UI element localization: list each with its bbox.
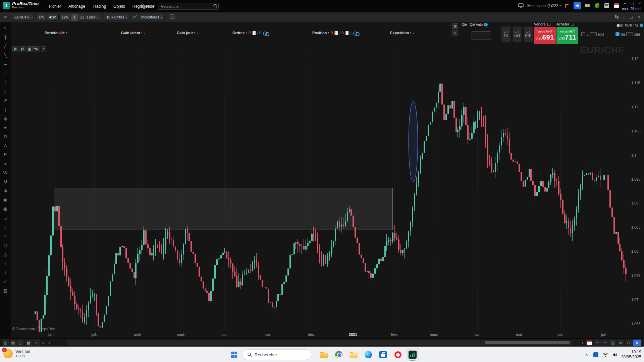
sell-header[interactable]: Vendre: [534, 22, 550, 26]
timeframe-1j[interactable]: J: [71, 14, 77, 20]
chart-minimize-button[interactable]: –: [621, 14, 627, 19]
ellipse-tool-icon[interactable]: ◎: [1, 241, 9, 250]
units-select[interactable]: 10 k unités ▾: [104, 14, 129, 20]
start-button[interactable]: [227, 348, 241, 361]
scrollbar-thumb[interactable]: [485, 341, 570, 344]
cycle-tool-icon[interactable]: Φ: [1, 186, 9, 195]
redo-icon[interactable]: ↷: [602, 340, 608, 346]
buy-menu-icon[interactable]: [571, 23, 574, 26]
chart-type-icon[interactable]: [615, 14, 619, 19]
prorealtime-app-icon[interactable]: [406, 348, 419, 361]
arrow-up-tool-icon[interactable]: ↑: [1, 259, 9, 268]
monitor-icon[interactable]: [518, 2, 524, 9]
menu-objets[interactable]: Objets: [110, 0, 129, 12]
chart-close-button[interactable]: ×: [636, 14, 642, 19]
segment-tool-icon[interactable]: ∕: [1, 87, 9, 96]
multi-ts-toggle[interactable]: [640, 23, 643, 27]
spreadsheet-icon[interactable]: ▦: [452, 23, 458, 29]
news-icon[interactable]: [603, 2, 610, 9]
sound-alert-button[interactable]: [574, 2, 581, 9]
text-tool-icon[interactable]: A: [1, 141, 9, 150]
stamp-tool-icon[interactable]: ▣: [1, 195, 9, 204]
symbol-select[interactable]: EURCHF ▾: [12, 14, 34, 20]
pattern-tool-icon[interactable]: M: [1, 177, 9, 186]
timeframe-1m[interactable]: 1m: [36, 14, 46, 20]
pencil-tool-icon[interactable]: ╲: [1, 51, 9, 60]
circle-tool-icon[interactable]: ○: [1, 232, 9, 241]
sg-checkbox[interactable]: ✓: [615, 32, 620, 36]
sell-market-button[interactable]: Vente MKT 0,93691: [534, 27, 556, 44]
minimize-button[interactable]: –: [622, 1, 628, 5]
taskbar-weather-widget[interactable]: 2 Vent fort 13:00: [3, 349, 31, 358]
hidden-icons-chevron[interactable]: ∧: [584, 352, 590, 358]
workspace-selector[interactable]: Mon espace(1)222 ▾: [527, 4, 561, 8]
validate-tool-icon[interactable]: ✓: [1, 277, 9, 286]
search-icon[interactable]: [213, 4, 218, 10]
qty-tab[interactable]: Qté: [462, 23, 467, 26]
indicators-select[interactable]: Indicateurs ▾: [139, 14, 165, 20]
opera-icon[interactable]: [391, 348, 405, 361]
quantity-input[interactable]: [472, 31, 491, 40]
zoom-out-icon[interactable]: ⊖: [625, 340, 632, 346]
limit-value-box[interactable]: [590, 32, 597, 36]
scroll-right-button[interactable]: ›: [580, 341, 585, 345]
data-table-icon[interactable]: [170, 14, 174, 20]
wifi-icon[interactable]: [602, 352, 608, 358]
scroll-left-button[interactable]: ‹: [47, 341, 52, 345]
taskbar-clock[interactable]: 10:19 28/05/2025: [621, 350, 641, 360]
timeframe-12h[interactable]: 12h: [59, 14, 70, 20]
buy-header[interactable]: Acheter: [556, 22, 574, 26]
triangle-tool-icon[interactable]: △: [1, 250, 9, 259]
vertical-line-tool-icon[interactable]: │: [1, 78, 9, 87]
period-select[interactable]: 1 jour ▾: [84, 14, 101, 20]
eco-icon[interactable]: [594, 2, 600, 9]
horizontal-segment-tool-icon[interactable]: ╌: [1, 69, 9, 78]
menu-fichier[interactable]: Fichier: [45, 0, 65, 12]
tray-app-icon[interactable]: [593, 352, 599, 358]
price-axis[interactable]: 1,121,1151,111,1051,11,0951,091,0851,081…: [630, 44, 644, 332]
ray-tool-icon[interactable]: ↗: [1, 96, 9, 105]
crosshair-tool-icon[interactable]: ┼: [1, 33, 9, 42]
calendar-icon[interactable]: [613, 2, 620, 9]
chrome-icon[interactable]: [332, 348, 345, 361]
undo-icon[interactable]: ↶: [594, 340, 601, 346]
zoom-in-icon[interactable]: ⊕: [617, 340, 624, 346]
auto-scale-icon[interactable]: ▥: [609, 340, 616, 346]
menu-affichage[interactable]: Affichage: [65, 0, 89, 12]
qty-auto-tab[interactable]: Qté Auto: [470, 23, 488, 26]
menu-trading[interactable]: Trading: [89, 0, 110, 12]
position-list2-icon[interactable]: [345, 31, 348, 35]
magnet-tool-icon[interactable]: Ω: [1, 132, 9, 141]
position-settings-icon[interactable]: [353, 31, 359, 35]
volume-icon[interactable]: [612, 352, 618, 358]
pointer-tool-icon[interactable]: ↖: [1, 23, 9, 33]
order-list-icon[interactable]: [252, 31, 256, 35]
screen-icon[interactable]: ▢: [17, 340, 24, 346]
price-chart-canvas[interactable]: [11, 44, 630, 332]
rectangle-tool-icon[interactable]: □: [1, 214, 9, 223]
multi-ts-switch[interactable]: [616, 24, 623, 27]
chart-style-icon[interactable]: ▥: [2, 340, 9, 346]
print-icon[interactable]: ▦: [25, 340, 32, 346]
keyboard-icon[interactable]: ⌗: [452, 30, 458, 36]
position-list-icon[interactable]: [334, 31, 338, 35]
page-right-button[interactable]: »: [633, 340, 641, 346]
channel-tool-icon[interactable]: ∥: [1, 105, 9, 114]
stp-button[interactable]: ▲▼ STP: [523, 26, 533, 42]
limit-checkbox[interactable]: [581, 32, 585, 36]
flag-icon[interactable]: [564, 2, 571, 9]
ruler-tool-icon[interactable]: ≡: [1, 123, 9, 132]
taskbar-search[interactable]: Rechercher: [242, 349, 311, 360]
maximize-button[interactable]: ▢: [629, 1, 635, 5]
buy-market-button[interactable]: Achat MKT 0,93711: [556, 27, 578, 44]
users-icon[interactable]: [584, 2, 591, 9]
qty-auto-toggle[interactable]: [484, 23, 488, 26]
folder-icon[interactable]: [347, 348, 360, 361]
layout-icon[interactable]: ≡: [33, 340, 40, 346]
lmt-button[interactable]: ▲▼ LMT: [512, 26, 522, 42]
store-icon[interactable]: [376, 348, 390, 361]
fibonacci-tool-icon[interactable]: F: [1, 150, 9, 159]
calendar-icon[interactable]: [586, 340, 593, 346]
time-axis[interactable]: juinjuil.aoûtsept.oct.nov.déc.2021févr.m…: [11, 332, 630, 338]
diamond-tool-icon[interactable]: ◇: [1, 223, 9, 232]
